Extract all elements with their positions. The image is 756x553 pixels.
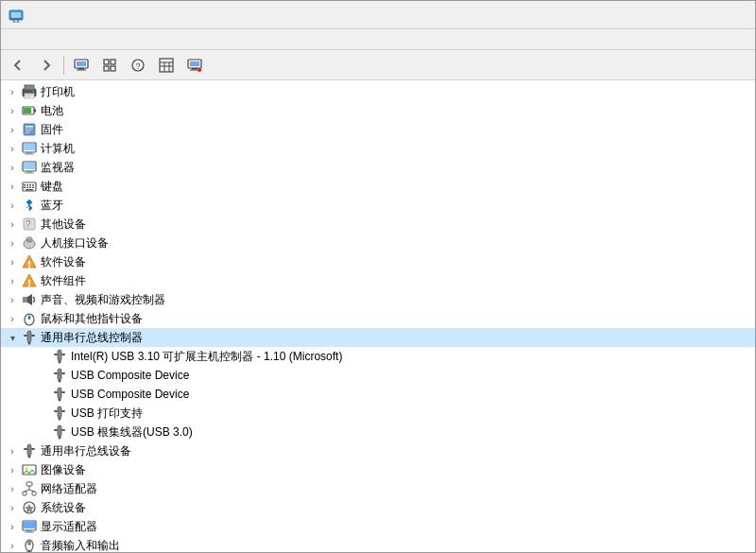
tree-item-softdev[interactable]: ›软件设备 — [1, 252, 755, 271]
back-button[interactable] — [5, 53, 31, 78]
window-icon — [9, 8, 24, 23]
expand-btn-network[interactable]: › — [5, 481, 20, 496]
expand-btn-system[interactable]: › — [5, 500, 20, 515]
device-tree[interactable]: ›打印机›电池›固件›计算机›监视器›键盘›蓝牙›?其他设备›人机接口设备›软件… — [1, 80, 755, 552]
tree-item-keyboard[interactable]: ›键盘 — [1, 177, 755, 196]
tree-item-usb-intel[interactable]: ›Intel(R) USB 3.10 可扩展主机控制器 - 1.10 (Micr… — [1, 347, 755, 366]
svg-rect-94 — [54, 410, 58, 412]
device-manager-window: ? ! ›打印机›电池›固件›计 — [0, 0, 756, 553]
menu-action[interactable] — [20, 38, 35, 42]
label-usb-comp2: USB Composite Device — [71, 388, 189, 401]
tree-item-firmware[interactable]: ›固件 — [1, 120, 755, 139]
expand-btn-printers[interactable]: › — [5, 84, 20, 99]
icon-printers — [22, 84, 37, 99]
expand-btn-mouse[interactable]: › — [5, 311, 20, 326]
svg-rect-9 — [77, 69, 86, 70]
tree-item-usb-comp1[interactable]: ›USB Composite Device — [1, 366, 755, 385]
svg-rect-4 — [17, 20, 19, 22]
icon-mouse — [22, 311, 37, 326]
tree-item-usb-comp2[interactable]: ›USB Composite Device — [1, 385, 755, 404]
expand-btn-computer[interactable]: › — [5, 141, 20, 156]
help-button[interactable]: ? — [125, 53, 151, 78]
tree-item-monitor[interactable]: ›监视器 — [1, 158, 755, 177]
label-usb-hub: USB 根集线器(USB 3.0) — [71, 424, 193, 441]
computer-button[interactable] — [68, 53, 94, 78]
icon-usb-bus — [22, 443, 37, 458]
menu-help[interactable] — [50, 38, 65, 42]
expand-btn-usb-bus[interactable]: › — [5, 443, 20, 458]
svg-point-105 — [26, 468, 28, 471]
svg-rect-51 — [26, 184, 28, 186]
svg-rect-42 — [24, 144, 35, 150]
svg-rect-13 — [111, 66, 115, 71]
expand-btn-hid[interactable]: › — [5, 235, 20, 251]
label-usb-intel: Intel(R) USB 3.10 可扩展主机控制器 - 1.10 (Micro… — [71, 349, 342, 365]
menu-file[interactable] — [5, 38, 20, 42]
label-display: 显示适配器 — [41, 519, 97, 535]
expand-btn-firmware[interactable]: › — [5, 122, 20, 137]
expand-btn-bluetooth[interactable]: › — [5, 198, 20, 213]
tree-item-sound[interactable]: ›声音、视频和游戏控制器 — [1, 290, 755, 309]
tree-item-network[interactable]: ›网络适配器 — [1, 479, 755, 498]
tree-item-computer[interactable]: ›计算机 — [1, 139, 755, 158]
tree-item-other[interactable]: ›?其他设备 — [1, 215, 755, 233]
tree-item-image[interactable]: ›图像设备 — [1, 460, 755, 479]
icon-usb-comp1 — [52, 368, 67, 383]
expand-btn-image[interactable]: › — [5, 462, 20, 477]
svg-rect-12 — [104, 66, 109, 71]
tree-item-bluetooth[interactable]: ›蓝牙 — [1, 196, 755, 215]
tree-item-usb-hub[interactable]: ›USB 根集线器(USB 3.0) — [1, 423, 755, 441]
tree-item-system[interactable]: ›系统设备 — [1, 498, 755, 517]
monitor-button[interactable]: ! — [181, 53, 208, 78]
svg-rect-39 — [26, 130, 31, 131]
svg-rect-57 — [32, 187, 34, 189]
svg-rect-10 — [104, 60, 109, 64]
minimize-button[interactable] — [617, 1, 661, 29]
grid-button[interactable] — [96, 53, 123, 78]
label-usb-comp1: USB Composite Device — [71, 369, 189, 382]
svg-point-75 — [28, 317, 31, 320]
label-bluetooth: 蓝牙 — [41, 198, 63, 214]
tree-item-usb-ctrl[interactable]: ▾通用串行总线控制器 — [1, 328, 755, 347]
icon-image — [22, 462, 37, 477]
icon-usb-intel — [52, 349, 67, 364]
icon-hid — [22, 235, 37, 251]
expand-btn-other[interactable]: › — [5, 216, 20, 232]
tree-item-usb-bus[interactable]: ›通用串行总线设备 — [1, 441, 755, 460]
table-button[interactable] — [153, 53, 180, 78]
expand-btn-sound[interactable]: › — [5, 292, 20, 307]
svg-rect-67 — [28, 266, 30, 268]
label-network: 网络适配器 — [41, 481, 97, 497]
grid-icon — [102, 58, 117, 73]
icon-usb-print — [52, 406, 67, 421]
expand-btn-softcomp[interactable]: › — [5, 273, 20, 288]
label-printers: 打印机 — [41, 84, 75, 100]
tree-item-battery[interactable]: ›电池 — [1, 101, 755, 120]
expand-btn-keyboard[interactable]: › — [5, 179, 20, 194]
computer-icon — [74, 58, 89, 73]
expand-btn-display[interactable]: › — [5, 519, 20, 534]
svg-rect-99 — [61, 429, 65, 431]
svg-point-93 — [59, 418, 61, 421]
svg-rect-63 — [27, 239, 29, 242]
expand-btn-softdev[interactable]: › — [5, 254, 20, 269]
svg-rect-47 — [26, 171, 32, 173]
expand-btn-battery[interactable]: › — [5, 103, 20, 118]
maximize-button[interactable] — [661, 1, 704, 29]
svg-rect-43 — [26, 152, 32, 154]
svg-rect-16 — [160, 59, 173, 72]
svg-point-89 — [59, 399, 61, 402]
menu-view[interactable] — [35, 38, 50, 42]
tree-item-printers[interactable]: ›打印机 — [1, 82, 755, 101]
tree-item-softcomp[interactable]: ›软件组件 — [1, 271, 755, 290]
expand-btn-usb-ctrl[interactable]: ▾ — [5, 330, 20, 345]
tree-item-usb-print[interactable]: ›USB 打印支持 — [1, 404, 755, 423]
expand-btn-audio-io[interactable]: › — [5, 538, 20, 552]
close-button[interactable] — [704, 1, 747, 29]
expand-btn-monitor[interactable]: › — [5, 160, 20, 175]
forward-button[interactable] — [33, 53, 60, 78]
tree-item-mouse[interactable]: ›鼠标和其他指针设备 — [1, 309, 755, 328]
tree-item-audio-io[interactable]: ›音频输入和输出 — [1, 536, 755, 552]
tree-item-hid[interactable]: ›人机接口设备 — [1, 233, 755, 252]
tree-item-display[interactable]: ›显示适配器 — [1, 517, 755, 536]
